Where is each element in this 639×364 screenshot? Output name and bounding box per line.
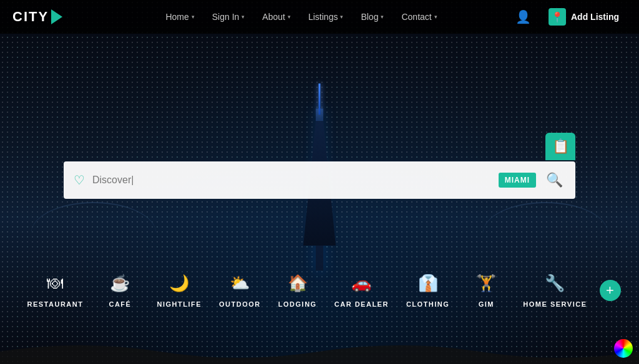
- lodging-icon: 🏠: [284, 269, 311, 297]
- bottom-wave: [0, 339, 639, 364]
- contact-chevron: ▾: [434, 0, 437, 34]
- location-badge[interactable]: MIAMI: [499, 173, 536, 188]
- listings-chevron: ▾: [340, 0, 343, 34]
- color-picker[interactable]: [614, 339, 633, 358]
- outdoor-icon: ⛅: [226, 269, 253, 297]
- signin-chevron: ▾: [241, 0, 245, 34]
- search-input[interactable]: [92, 175, 491, 186]
- add-listing-icon: 📍: [549, 8, 566, 26]
- search-section: 📋 ♡ MIAMI 🔍: [64, 161, 575, 199]
- home-chevron: ▾: [192, 0, 195, 34]
- car-dealer-icon: 🚗: [348, 269, 375, 297]
- nav-signin[interactable]: Sign In ▾: [203, 0, 254, 34]
- category-clothing[interactable]: 👔CLOTHING: [398, 263, 458, 314]
- category-lodging[interactable]: 🏠LODGING: [270, 263, 326, 314]
- bridge-right: [483, 202, 608, 264]
- category-outdoor[interactable]: ⛅OUTDOOR: [210, 263, 270, 314]
- outdoor-label: OUTDOOR: [219, 300, 261, 308]
- search-bar: ♡ MIAMI 🔍: [64, 161, 575, 199]
- blog-chevron: ▾: [381, 0, 384, 34]
- clothing-icon: 👔: [414, 269, 442, 297]
- logo-text: CITY: [12, 9, 49, 25]
- home-service-label: HOME SERVICE: [523, 300, 587, 308]
- home-service-icon: 🔧: [541, 269, 568, 297]
- nav-links: Home ▾ Sign In ▾ About ▾ Listings ▾ Blog…: [87, 0, 515, 34]
- user-icon[interactable]: 👤: [515, 9, 531, 24]
- car-dealer-label: CAR DEALER: [334, 300, 389, 308]
- heart-icon: ♡: [74, 173, 85, 188]
- nav-actions: 👤 📍 Add Listing: [515, 3, 627, 31]
- category-car-dealer[interactable]: 🚗CAR DEALER: [326, 263, 398, 314]
- cafe-label: CAFÉ: [109, 300, 131, 308]
- nav-about[interactable]: About ▾: [253, 0, 300, 34]
- gym-label: GIM: [479, 300, 494, 308]
- gym-icon: 🏋: [472, 269, 500, 297]
- nightlife-icon: 🌙: [165, 269, 193, 297]
- more-categories-button[interactable]: +: [600, 280, 621, 301]
- category-cafe[interactable]: ☕CAFÉ: [92, 263, 148, 314]
- about-chevron: ▾: [288, 0, 291, 34]
- category-restaurant[interactable]: 🍽RESTAURANT: [19, 263, 92, 314]
- categories-row: 🍽RESTAURANT☕CAFÉ🌙NIGHTLIFE⛅OUTDOOR🏠LODGI…: [0, 263, 639, 314]
- clothing-label: CLOTHING: [406, 300, 449, 308]
- bridge-left: [31, 202, 156, 264]
- category-gym[interactable]: 🏋GIM: [458, 263, 514, 314]
- category-home-service[interactable]: 🔧HOME SERVICE: [514, 263, 595, 314]
- category-nightlife[interactable]: 🌙NIGHTLIFE: [148, 263, 210, 314]
- search-top-icon: 📋: [545, 133, 575, 160]
- lodging-label: LODGING: [278, 300, 317, 308]
- restaurant-label: RESTAURANT: [27, 300, 84, 308]
- hero-section: CITY Home ▾ Sign In ▾ About ▾ Listings ▾…: [0, 0, 639, 364]
- logo[interactable]: CITY: [12, 9, 62, 25]
- nav-listings[interactable]: Listings ▾: [300, 0, 352, 34]
- restaurant-icon: 🍽: [41, 269, 69, 297]
- add-listing-button[interactable]: 📍 Add Listing: [541, 3, 627, 31]
- nav-home[interactable]: Home ▾: [157, 0, 203, 34]
- nav-blog[interactable]: Blog ▾: [352, 0, 393, 34]
- nightlife-label: NIGHTLIFE: [157, 300, 202, 308]
- nav-contact[interactable]: Contact ▾: [393, 0, 446, 34]
- search-button[interactable]: 🔍: [544, 172, 565, 188]
- logo-flag: [51, 9, 62, 24]
- cafe-icon: ☕: [106, 269, 134, 297]
- navbar: CITY Home ▾ Sign In ▾ About ▾ Listings ▾…: [0, 0, 639, 34]
